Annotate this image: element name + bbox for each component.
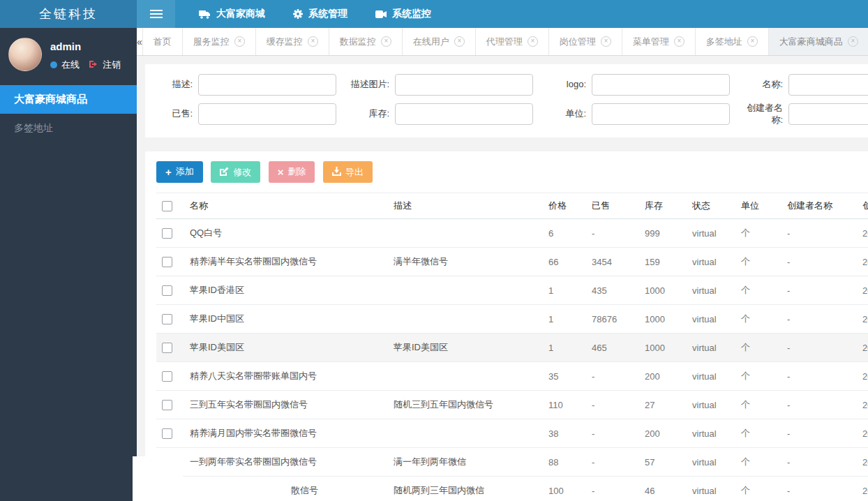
table-row-1[interactable]: 精养满半年实名带圈国内微信号满半年微信号663454159virtual个-20	[156, 248, 868, 276]
cell-price: 88	[543, 448, 586, 477]
column-header[interactable]: 价格	[543, 193, 586, 219]
row-checkbox[interactable]	[162, 314, 172, 324]
cell-sold: 435	[586, 276, 639, 305]
tab-close-icon[interactable]: ×	[308, 36, 318, 47]
table-row-3[interactable]: 苹果ID中国区1786761000virtual个-20	[156, 305, 868, 334]
field-label: 已售:	[145, 108, 198, 120]
nav-item-label: 系统管理	[308, 8, 347, 20]
cell-price: 1	[543, 276, 586, 305]
cell-status: virtual	[687, 276, 735, 305]
cell-created: 20	[857, 219, 868, 248]
tab-bar: « 首页服务监控×缓存监控×数据监控×在线用户×代理管理×岗位管理×菜单管理×多…	[137, 28, 868, 56]
nav-item-2[interactable]: 系统监控	[361, 0, 445, 28]
column-header[interactable]: 创建时间	[857, 193, 868, 219]
gear-icon	[293, 9, 303, 19]
tab-label: 多签地址	[706, 36, 742, 48]
field-label: 创建者名称:	[735, 103, 788, 126]
table-row-8[interactable]: 一到两年带实名带圈国内微信号满一年到两年微信88-57virtual个-20	[156, 448, 868, 477]
row-checkbox[interactable]	[162, 343, 172, 353]
table-row-4[interactable]: 苹果ID美国区苹果ID美国区14651000virtual个-20	[156, 334, 868, 362]
tabs-collapse-button[interactable]: «	[137, 28, 143, 55]
tab-close-icon[interactable]: ×	[848, 36, 858, 47]
sidebar-item-0[interactable]: 大富豪商城商品	[0, 85, 137, 114]
column-header[interactable]: 状态	[687, 193, 735, 219]
cell-price: 6	[543, 219, 586, 248]
field-input-6[interactable]	[592, 103, 730, 125]
select-all-checkbox[interactable]	[162, 201, 172, 211]
tab-9[interactable]: 大富豪商城商品×	[769, 28, 868, 55]
column-header[interactable]: 创建者名称	[781, 193, 857, 219]
field-label: 描述图片:	[342, 79, 395, 91]
tab-label: 在线用户	[413, 36, 449, 48]
nav-item-1[interactable]: 系统管理	[279, 0, 361, 28]
edit-button[interactable]: 修改	[211, 161, 260, 183]
top-navbar: 全链科技 大富家商城系统管理系统监控	[0, 0, 868, 28]
column-header[interactable]: 描述	[388, 193, 543, 219]
delete-button[interactable]: × 删除	[269, 161, 315, 183]
table-row-0[interactable]: QQ白号6-999virtual个-20	[156, 219, 868, 248]
field-input-2[interactable]	[592, 74, 730, 96]
column-header[interactable]: 库存	[639, 193, 687, 219]
cell-name: 精养满月国内带实名带圈微信号	[184, 419, 388, 448]
row-checkbox[interactable]	[162, 428, 172, 439]
products-table: 名称描述价格已售库存状态单位创建者名称创建时间 QQ白号6-999virtual…	[156, 193, 868, 501]
sidebar-menu: 大富豪商城商品多签地址	[0, 85, 137, 143]
field-input-3[interactable]	[788, 74, 868, 96]
row-checkbox[interactable]	[162, 285, 172, 296]
tab-close-icon[interactable]: ×	[381, 36, 391, 47]
tab-close-icon[interactable]: ×	[674, 36, 684, 47]
tab-8[interactable]: 多签地址×	[696, 28, 769, 55]
truck-icon	[199, 10, 211, 19]
column-header[interactable]: 单位	[735, 193, 781, 219]
cell-stock: 1000	[639, 305, 687, 334]
sidebar-item-1[interactable]: 多签地址	[0, 114, 137, 143]
tab-4[interactable]: 在线用户×	[403, 28, 476, 55]
row-checkbox[interactable]	[162, 400, 172, 410]
tab-7[interactable]: 菜单管理×	[622, 28, 696, 55]
field-label: 名称:	[735, 79, 788, 91]
tab-0[interactable]: 首页	[143, 28, 183, 55]
form-field-4: 已售:	[145, 103, 342, 126]
tab-3[interactable]: 数据监控×	[329, 28, 403, 55]
table-row-6[interactable]: 三到五年实名带圈国内微信号随机三到五年国内微信号110-27virtual个-2…	[156, 391, 868, 419]
table-row-5[interactable]: 精养八天实名带圈带账单国内号35-200virtual个-20	[156, 362, 868, 391]
cell-status: virtual	[687, 334, 735, 362]
form-field-7: 创建者名称:	[735, 103, 868, 126]
tab-5[interactable]: 代理管理×	[476, 28, 549, 55]
sidebar-toggle-button[interactable]	[137, 0, 175, 28]
online-status-icon	[50, 61, 57, 68]
field-input-5[interactable]	[395, 103, 533, 125]
cell-status: virtual	[687, 248, 735, 276]
field-input-7[interactable]	[788, 103, 868, 125]
row-checkbox[interactable]	[162, 257, 172, 267]
tab-1[interactable]: 服务监控×	[183, 28, 256, 55]
tab-2[interactable]: 缓存监控×	[256, 28, 329, 55]
form-field-6: 单位:	[539, 103, 735, 126]
tab-close-icon[interactable]: ×	[527, 36, 538, 47]
export-button[interactable]: 导出	[323, 161, 373, 183]
cell-sold: -	[586, 448, 639, 477]
cell-created: 20	[857, 334, 868, 362]
field-input-4[interactable]	[198, 103, 336, 125]
table-row-9[interactable]: 散信号随机两到三年国内微信100-46virtual个-20	[156, 477, 868, 501]
tab-close-icon[interactable]: ×	[747, 36, 758, 47]
row-checkbox[interactable]	[162, 371, 172, 382]
column-header[interactable]: 已售	[586, 193, 639, 219]
add-button[interactable]: + 添加	[156, 161, 203, 183]
avatar[interactable]	[8, 38, 42, 71]
tab-6[interactable]: 岗位管理×	[549, 28, 622, 55]
logout-button[interactable]: 注销	[89, 59, 121, 71]
cell-unit: 个	[735, 419, 781, 448]
tab-close-icon[interactable]: ×	[454, 36, 465, 47]
nav-item-0[interactable]: 大富家商城	[185, 0, 279, 28]
field-input-1[interactable]	[395, 74, 533, 96]
tab-close-icon[interactable]: ×	[601, 36, 611, 47]
cell-name: 三到五年实名带圈国内微信号	[184, 391, 388, 419]
field-input-0[interactable]	[198, 74, 336, 96]
table-row-2[interactable]: 苹果ID香港区14351000virtual个-20	[156, 276, 868, 305]
row-checkbox[interactable]	[162, 228, 172, 239]
table-body: QQ白号6-999virtual个-20精养满半年实名带圈国内微信号满半年微信号…	[156, 219, 868, 501]
tab-close-icon[interactable]: ×	[234, 36, 245, 47]
table-row-7[interactable]: 精养满月国内带实名带圈微信号38-200virtual个-20	[156, 419, 868, 448]
column-header[interactable]: 名称	[184, 193, 388, 219]
